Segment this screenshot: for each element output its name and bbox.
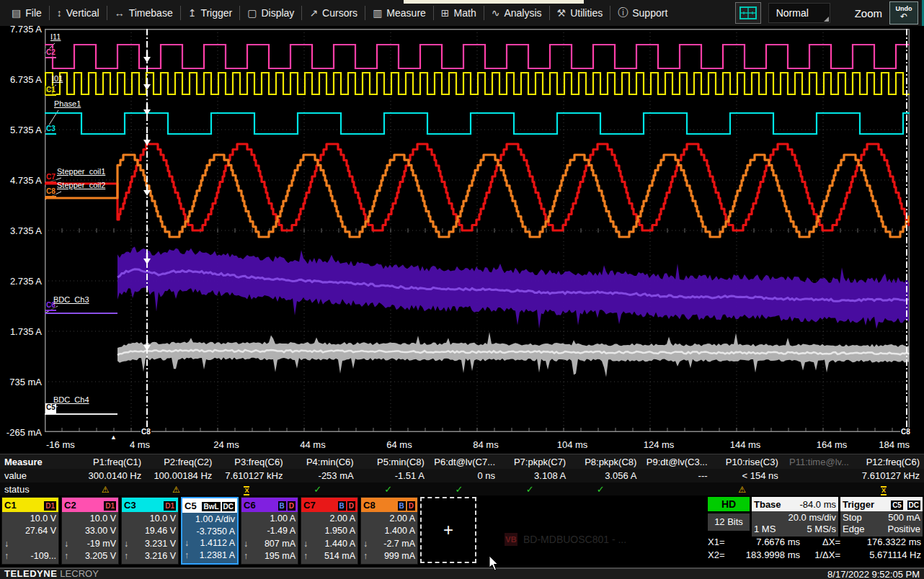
channel-box-C2[interactable]: C2D110.0 V33.00 V↓-19 mV↑3.205 V (61, 497, 119, 565)
measure-param-header[interactable]: P5:min(C8) (358, 457, 429, 467)
timebase-box[interactable]: Tbase -84.0 ms 20.0 ms/div 1 MS 5 MS/s (752, 497, 838, 537)
measure-status: ✓ (499, 484, 570, 495)
channel-box-C5[interactable]: C5BwLDC1.00 A/div-3.7350 A↓1.4112 A↑1.23… (181, 497, 239, 565)
x-axis-label: 44 ms (300, 439, 325, 450)
measure-param-header[interactable]: P2:freq(C2) (146, 457, 216, 467)
cursor-source-tag[interactable]: C8 (141, 428, 151, 436)
trace-label-phase1[interactable]: Phase1 (54, 99, 81, 109)
menu-vertical[interactable]: ↕Vertical (50, 0, 107, 26)
channel-name: C5 (185, 501, 197, 511)
menu-cursors[interactable]: ↗Cursors (302, 0, 365, 26)
y-axis-label: 3.735 A (0, 225, 42, 236)
trigger-box[interactable]: Trigger C5 DC Stop 500 mA Edge Positive (840, 497, 923, 537)
measure-param-header[interactable]: P6:dt@lv(C7... (429, 457, 499, 467)
measure-param-header[interactable]: P3:freq(C6) (216, 457, 287, 467)
timebase-icon: ↔ (115, 7, 125, 19)
ok-icon: ✓ (455, 484, 463, 495)
channel-offset: 33.00 V (64, 526, 116, 537)
channel-box-C3[interactable]: C3D110.0 V19.46 V↓3.231 V↑3.216 V (121, 497, 179, 565)
channel-box-C1[interactable]: C1D110.0 V27.64 V↓↑-109... (1, 497, 59, 565)
inv-dx-value: 5.671114 Hz (843, 549, 924, 562)
menu-label: Vertical (66, 7, 99, 19)
measure-value: 7.610127 kHz (216, 470, 287, 481)
y-axis-label: 7.735 A (0, 24, 42, 35)
channel-values: 1.00 A-1.49 A↓807 mA↑195 mA (241, 512, 298, 564)
undo-button[interactable]: Undo ↶ (889, 1, 918, 24)
measure-row-label: value (0, 470, 75, 481)
measure-param-header[interactable]: P8:pkpk(C8) (570, 457, 641, 467)
channel-max-value: -109... (31, 551, 56, 562)
menu-math[interactable]: ⊞Math (434, 0, 484, 26)
measure-value: -253 mA (288, 470, 358, 481)
trace-label-stepper_coil1[interactable]: Stepper_coil1 (57, 167, 105, 176)
trace-label-i01[interactable]: I01 (52, 74, 63, 84)
channel-box-C6[interactable]: C6BD1.00 A-1.49 A↓807 mA↑195 mA (241, 497, 298, 565)
trace-label-bdc_ch3[interactable]: BDC_Ch3 (53, 295, 89, 305)
measure-param-header[interactable]: P4:min(C6) (288, 457, 358, 467)
cursor-source-tag[interactable]: C8 (900, 428, 911, 436)
menu-file[interactable]: ▤File (4, 0, 49, 26)
measure-param-header[interactable]: P10:rise(C3) (712, 457, 783, 467)
x-axis-label: 4 ms (130, 439, 150, 450)
menu-measure[interactable]: ▥Measure (365, 0, 433, 26)
measure-status: ✓ (429, 484, 499, 495)
trace-label-stepper_coil2[interactable]: Stepper_coil2 (57, 181, 105, 190)
menu-items: ▤File↕Vertical↔Timebase↥Trigger▢Display↗… (0, 0, 675, 26)
measure-param-header[interactable]: P11:time@lv... (783, 457, 853, 467)
measure-row-label: status (0, 484, 75, 495)
menu-analysis[interactable]: ∿Analysis (484, 0, 549, 26)
channel-offset: -3.7350 A (185, 526, 235, 537)
zoom-label[interactable]: Zoom (855, 7, 882, 19)
x-axis-label: 24 ms (213, 439, 239, 450)
channel-boxes: C1D110.0 V27.64 V↓↑-109...C2D110.0 V33.0… (1, 497, 476, 565)
channel-max: ↑514 mA (303, 551, 355, 562)
channel-values: 10.0 V33.00 V↓-19 mV↑3.205 V (62, 512, 118, 564)
trace-label-bdc_ch4[interactable]: BDC_Ch4 (53, 395, 89, 405)
channel-box-C7[interactable]: C7BD2.00 A1.950 A↓1.440 A↑514 mA (301, 497, 358, 565)
add-channel-button[interactable]: + (420, 497, 476, 563)
measure-value: --- (641, 470, 711, 481)
timebase-title: Tbase (754, 499, 781, 510)
menu-display[interactable]: ▢Display (240, 0, 301, 26)
up-arrow-icon: ↑ (303, 551, 308, 562)
menu-support[interactable]: ⓘSupport (610, 0, 675, 26)
up-arrow-icon: ↑ (244, 551, 248, 562)
time-per-div: 20.0 ms/div (788, 512, 836, 524)
badge-d1: D1 (104, 501, 116, 511)
menu-right: Normal Zoom Undo ↶ (735, 0, 924, 26)
acquisition-box[interactable]: HD 12 Bits (708, 497, 750, 531)
measure-table: MeasureP1:freq(C1)P2:freq(C2)P3:freq(C6)… (0, 454, 924, 496)
channel-box-C8[interactable]: C8BD2.00 A1.400 A↓-2.7 mA↑999 mA (360, 497, 418, 565)
trigger-type: Edge (843, 524, 864, 535)
status-bar: TELEDYNELECROY 8/17/2022 9:52:05 PM (0, 567, 924, 579)
badge-b: B (278, 501, 286, 511)
x-axis-label: 104 ms (557, 439, 588, 450)
plot-area[interactable]: C2C1C3C7C8C6C5 I11I01Phase1Stepper_coil1… (45, 29, 910, 432)
ok-icon: ✓ (384, 484, 392, 495)
menu-timebase[interactable]: ↔Timebase (107, 0, 180, 26)
channel-min: ↓807 mA (244, 539, 296, 549)
trace-label-i11[interactable]: I11 (50, 32, 61, 42)
grid-display-button[interactable] (735, 2, 761, 24)
up-arrow-icon: ↑ (185, 550, 189, 561)
badge-b: B (338, 501, 346, 511)
up-arrow-icon: ↑ (4, 551, 9, 562)
channel-offset: 1.950 A (303, 526, 355, 537)
channel-name: C2 (64, 500, 76, 511)
measure-param-header[interactable]: P12:freq(C6) (853, 457, 924, 467)
background-window-watermark: VB BD-MDBUOSC801 - ... (505, 533, 626, 546)
mouse-cursor (489, 556, 500, 572)
measure-param-header[interactable]: P1:freq(C1) (75, 457, 146, 467)
x1-value: 7.6676 ms (734, 536, 807, 549)
display-mode-dropdown[interactable]: Normal (768, 3, 830, 23)
trigger-position-marker[interactable]: ▲ (110, 434, 117, 441)
menu-utilities[interactable]: ⚒Utilities (550, 0, 610, 26)
menu-trigger[interactable]: ↥Trigger (181, 0, 240, 26)
measure-param-header[interactable]: P7:pkpk(C7) (499, 457, 570, 467)
down-arrow-icon: ↓ (185, 538, 189, 549)
channel-max-value: 514 mA (324, 551, 355, 562)
menu-label: Cursors (322, 7, 357, 19)
channel-name: C7 (303, 500, 316, 511)
measure-param-header[interactable]: P9:dt@lv(C3... (641, 457, 711, 467)
math-icon: ⊞ (441, 7, 450, 19)
